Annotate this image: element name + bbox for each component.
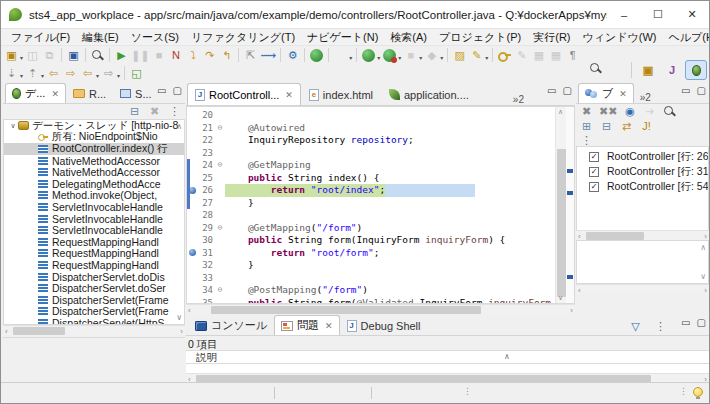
menu-item-ソース(S)[interactable]: ソース(S): [125, 29, 185, 46]
step-return-icon[interactable]: ↰: [218, 47, 235, 64]
stack-frame-row[interactable]: 所有: NioEndpoint$Nio: [4, 132, 184, 144]
tab-close-icon[interactable]: ✕: [51, 89, 59, 99]
minimize-view-icon[interactable]: ▭: [681, 86, 690, 96]
breakpoint-checkbox[interactable]: ✓: [589, 152, 599, 162]
drop-to-frame-icon[interactable]: ⇱: [242, 47, 259, 64]
breakpoint-marker[interactable]: [187, 247, 198, 260]
editor-vscrollbar[interactable]: ∧ ∨: [555, 107, 566, 303]
tab-問題[interactable]: 問題✕: [274, 315, 340, 335]
stack-frame-row[interactable]: DelegatingMethodAcce: [4, 178, 184, 190]
new-wizard-icon-dropdown[interactable]: ▾: [20, 54, 23, 61]
close-button[interactable]: ✕: [675, 1, 709, 28]
view-menu-icon[interactable]: ⋮: [652, 318, 669, 335]
menu-item-検索(A)[interactable]: 検索(A): [384, 29, 433, 46]
stack-frame-row[interactable]: RootController.index() 行: [4, 143, 184, 155]
back-icon[interactable]: ⇦: [79, 65, 96, 82]
code-line-29[interactable]: 29⊖ @GetMapping("/form"): [187, 222, 555, 235]
minimize-button[interactable]: –: [607, 1, 641, 28]
tab-close-icon[interactable]: ✕: [285, 90, 293, 100]
step-over-icon[interactable]: ↷: [201, 47, 218, 64]
resume-icon[interactable]: ▶: [113, 47, 130, 64]
new-wizard-icon[interactable]: ▣: [3, 47, 20, 64]
stack-frame-row[interactable]: ServletInvocableHandle: [4, 224, 184, 236]
menu-item-ナビゲート(N)[interactable]: ナビゲート(N): [301, 29, 384, 46]
menu-item-プロジェクト(P)[interactable]: プロジェクト(P): [433, 29, 527, 46]
forward-icon-dropdown[interactable]: ▾: [117, 72, 120, 79]
maximize-view-icon[interactable]: ▢: [697, 86, 706, 96]
highlight-pen-icon-dropdown[interactable]: ▾: [485, 54, 488, 61]
tab-Debug Shell[interactable]: JDebug Shell: [340, 315, 428, 335]
code-line-34[interactable]: 34⊖ @PostMapping("/form"): [187, 284, 555, 297]
next-annotation-icon[interactable]: ⇣: [3, 65, 20, 82]
scroll-down-arrow-icon[interactable]: ∨: [176, 313, 182, 322]
stack-frame-row[interactable]: NativeMethodAccessor: [4, 155, 184, 167]
code-line-30[interactable]: 30 public String form(InquiryForm inquir…: [187, 234, 555, 247]
boot-dashboard-leaf-icon[interactable]: [332, 47, 349, 64]
breakpoints-hscrollbar[interactable]: ‹ ›: [576, 230, 709, 240]
minimize-view-icon[interactable]: ▭: [681, 318, 690, 328]
debug-perspective-icon[interactable]: [685, 60, 707, 80]
tab-デ...[interactable]: デ...✕: [5, 83, 66, 103]
smart-assist-lightbulb-icon[interactable]: [693, 387, 703, 397]
tab-close-icon[interactable]: ✕: [619, 89, 627, 99]
breakpoint-ball-icon[interactable]: [189, 249, 196, 256]
stack-frame-row[interactable]: Method.invoke(Object,: [4, 190, 184, 202]
breakpoint-detail-hscrollbar[interactable]: ‹ ›: [576, 284, 709, 294]
stack-frame-row[interactable]: RequestMappingHandl: [4, 236, 184, 248]
code-line-25[interactable]: 25 public String index() {: [187, 172, 555, 185]
code-line-33[interactable]: 33: [187, 272, 555, 285]
boot-dashboard-leaf-icon-dropdown[interactable]: ▾: [349, 54, 352, 61]
code-line-22[interactable]: 22 InquiryRepository repository;: [187, 134, 555, 147]
fold-marker-icon[interactable]: ⊖: [215, 222, 225, 235]
code-line-32[interactable]: 32 }: [187, 259, 555, 272]
maximize-view-icon[interactable]: ▢: [563, 86, 572, 96]
maximize-view-icon[interactable]: ▢: [173, 86, 182, 96]
next-edit-location-icon[interactable]: ⇨: [62, 65, 79, 82]
highlight-pen-icon[interactable]: ✎: [468, 47, 485, 64]
view-menu-icon[interactable]: ⋮: [166, 103, 183, 120]
tab-index.html[interactable]: eindex.html: [301, 83, 381, 105]
tree-expander-icon[interactable]: ∨: [8, 122, 18, 130]
debug-tree-hscrollbar[interactable]: ‹ ›: [3, 325, 185, 335]
step-into-icon[interactable]: ⤵: [184, 47, 201, 64]
stack-frame-row[interactable]: DispatcherServlet(HttpS: [4, 317, 184, 325]
menu-item-リファクタリング(T)[interactable]: リファクタリング(T): [185, 29, 301, 46]
link-with-debug-icon[interactable]: [661, 103, 678, 120]
use-step-filters-icon[interactable]: ⟿: [259, 47, 277, 64]
maximize-view-icon[interactable]: ▢: [697, 318, 706, 328]
menu-item-ウィンドウ(W)[interactable]: ウィンドウ(W): [577, 29, 663, 46]
external-tools-icon-dropdown[interactable]: ▾: [440, 54, 443, 61]
breakpoint-item[interactable]: ✓RootController [行: 26: [577, 149, 708, 164]
open-perspective-icon[interactable]: ▣: [637, 60, 659, 80]
maximize-button[interactable]: ☐: [641, 1, 675, 28]
debug-as-icon[interactable]: [381, 47, 398, 64]
breakpoint-item[interactable]: ✓RootController [行: 54: [577, 179, 708, 194]
remove-terminated-icon[interactable]: ✖: [146, 103, 163, 120]
back-icon-dropdown[interactable]: ▾: [96, 72, 99, 79]
stack-frame-row[interactable]: DispatcherServlet.doSer: [4, 282, 184, 294]
stack-frame-row[interactable]: RequestMappingHandl: [4, 259, 184, 271]
debug-as-icon-dropdown[interactable]: ▾: [398, 54, 401, 61]
breakpoint-checkbox[interactable]: ✓: [589, 182, 599, 192]
link-with-editor-icon[interactable]: ◱: [128, 65, 145, 82]
code-line-27[interactable]: 27 }: [187, 197, 555, 210]
breakpoint-item[interactable]: ✓RootController [行: 31: [577, 164, 708, 179]
minimize-view-icon[interactable]: ▭: [157, 86, 166, 96]
fold-marker-icon[interactable]: ⊖: [215, 122, 225, 135]
stack-frame-row[interactable]: ServletInvocableHandle: [4, 213, 184, 225]
code-line-21[interactable]: 21⊖ @Autowired: [187, 122, 555, 135]
key-icon[interactable]: [496, 47, 513, 64]
code-line-24[interactable]: 24⊖ @GetMapping: [187, 159, 555, 172]
prev-annotation-icon-dropdown[interactable]: ▾: [41, 72, 44, 79]
prev-annotation-icon[interactable]: ⇡: [24, 65, 41, 82]
code-line-26[interactable]: 26 return "root/index";: [187, 184, 555, 197]
forward-icon[interactable]: ⇨: [100, 65, 117, 82]
menu-item-実行(R)[interactable]: 実行(R): [527, 29, 576, 46]
console-window-icon[interactable]: ▣: [65, 47, 82, 64]
stack-frame-row[interactable]: ∨デーモン・スレッド [http-nio-8: [4, 120, 184, 132]
menu-item-ヘルプ(H)[interactable]: ヘルプ(H): [663, 29, 710, 46]
profile-icon-dropdown[interactable]: ▾: [419, 54, 422, 61]
breakpoints-tab-overflow[interactable]: »2: [640, 92, 651, 103]
show-qualified-names-icon[interactable]: J!: [638, 118, 655, 135]
stack-frame-row[interactable]: DispatcherServlet(Frame: [4, 306, 184, 318]
